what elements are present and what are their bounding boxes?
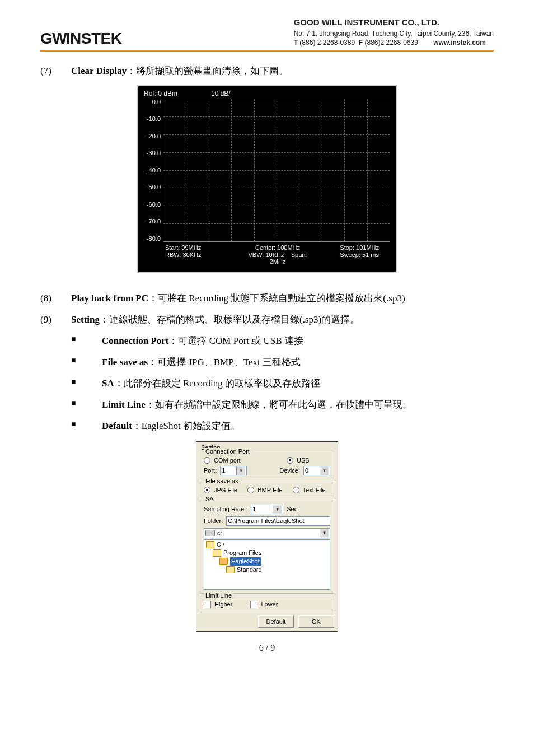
folder-open-icon xyxy=(219,558,228,565)
group-title: File save as xyxy=(204,478,240,484)
bullet-icon: ■ xyxy=(71,395,102,414)
bullet-icon: ■ xyxy=(71,332,102,351)
higher-checkbox[interactable] xyxy=(204,601,211,608)
default-button[interactable]: Default xyxy=(258,615,294,628)
higher-label: Higher xyxy=(214,601,232,608)
item-text: ：將所擷取的螢幕畫面清除，如下圖。 xyxy=(127,66,288,76)
port-label: Port: xyxy=(204,467,217,474)
device-label: Device: xyxy=(279,467,300,474)
sampling-rate-label: Sampling Rate : xyxy=(204,506,247,512)
group-connection-port: Connection Port COM port USB Port: 1▼ De… xyxy=(200,452,334,479)
lower-label: Lower xyxy=(261,601,278,608)
item-9: (9) Setting：連線狀態、存檔的格式、取樣率以及存檔目錄(.sp3)的選… xyxy=(40,310,494,329)
jpg-radio[interactable] xyxy=(204,487,210,493)
folder-tree-item-selected[interactable]: EagleShot xyxy=(206,557,328,566)
start-freq: Start: 99MHz xyxy=(165,244,240,251)
bullet-label: Limit Line xyxy=(102,399,146,410)
y-axis-labels: 0.0 -10.0 -20.0 -30.0 -40.0 -50.0 -60.0 … xyxy=(144,99,163,242)
com-port-label: COM port xyxy=(214,457,241,464)
div-label: 10 dB/ xyxy=(211,90,278,97)
bullet-text: ：EagleShot 初始設定值。 xyxy=(132,421,240,431)
drive-combo[interactable]: c: ▼ xyxy=(204,528,330,538)
bullet-label: SA xyxy=(102,378,114,389)
folder-tree-item[interactable]: Program Files xyxy=(206,549,328,557)
brand-logo: GWINSTEK xyxy=(40,30,121,48)
bullet-file-save-as: ■ File save as：可選擇 JPG、BMP、Text 三種格式 xyxy=(71,353,494,372)
item-label: Play back from PC xyxy=(71,293,148,304)
bullet-text: ：可選擇 JPG、BMP、Text 三種格式 xyxy=(148,357,301,367)
bullet-icon: ■ xyxy=(71,374,102,393)
chevron-down-icon[interactable]: ▼ xyxy=(236,466,245,475)
item-7: (7) Clear Display：將所擷取的螢幕畫面清除，如下圖。 xyxy=(40,62,494,81)
folder-icon xyxy=(213,549,221,557)
item-label: Setting xyxy=(71,314,100,325)
dialog-buttons: Default OK xyxy=(200,615,334,628)
bullet-sa: ■ SA：此部分在設定 Recording 的取樣率以及存放路徑 xyxy=(71,374,494,393)
bullet-label: File save as xyxy=(102,357,148,367)
sec-label: Sec. xyxy=(287,506,299,512)
bullet-icon: ■ xyxy=(71,417,102,436)
page-header: GWINSTEK GOOD WILL INSTRUMENT CO., LTD. … xyxy=(40,17,494,52)
lower-checkbox[interactable] xyxy=(250,601,257,608)
company-contact: T (886) 2 2268-0389 F (886)2 2268-0639 w… xyxy=(294,38,494,47)
usb-radio[interactable] xyxy=(287,457,293,464)
bullet-limit-line: ■ Limit Line：如有在頻譜中設定限制線，將可在此勾選，在軟體中可呈現。 xyxy=(71,395,494,414)
ref-label: Ref: 0 dBm xyxy=(144,90,211,97)
bullet-label: Default xyxy=(102,421,132,431)
item-label: Clear Display xyxy=(71,66,127,76)
port-combo[interactable]: 1▼ xyxy=(220,466,247,475)
stop-freq: Stop: 101MHz xyxy=(315,244,390,251)
folder-path-field[interactable]: C:\Program Files\EagleShot xyxy=(226,516,330,526)
folder-tree-item[interactable]: Standard xyxy=(206,566,328,574)
group-sa: SA Sampling Rate : 1▼ Sec. Folder: C:\Pr… xyxy=(200,500,334,594)
company-url: www.instek.com xyxy=(433,39,486,46)
group-limit-line: Limit Line Higher Lower xyxy=(200,596,334,612)
folder-tree[interactable]: C:\ Program Files EagleShot Standard xyxy=(204,539,330,590)
group-title: Limit Line xyxy=(204,592,233,599)
txt-radio[interactable] xyxy=(293,487,299,493)
group-title: Connection Port xyxy=(204,448,251,455)
ok-button[interactable]: OK xyxy=(298,615,334,628)
page-number: 6 / 9 xyxy=(40,643,494,653)
drive-icon xyxy=(205,530,215,536)
bullet-icon: ■ xyxy=(71,353,102,372)
folder-icon xyxy=(226,566,235,573)
bullet-text: ：如有在頻譜中設定限制線，將可在此勾選，在軟體中可呈現。 xyxy=(146,399,412,410)
folder-icon xyxy=(206,541,214,548)
item-text: ：連線狀態、存檔的格式、取樣率以及存檔目錄(.sp3)的選擇。 xyxy=(100,314,359,325)
spectrum-header: Ref: 0 dBm 10 dB/ xyxy=(144,90,390,97)
chevron-down-icon[interactable]: ▼ xyxy=(320,466,329,475)
device-combo[interactable]: 0▼ xyxy=(303,466,330,475)
group-title: SA xyxy=(204,496,216,502)
sweep-label: Sweep: 51 ms xyxy=(315,251,390,265)
com-port-radio[interactable] xyxy=(204,457,210,464)
folder-label: Folder: xyxy=(204,517,223,524)
company-name: GOOD WILL INSTRUMENT CO., LTD. xyxy=(294,17,494,28)
vbw-label: VBW: 10KHz xyxy=(249,251,284,258)
bullet-text: ：此部分在設定 Recording 的取樣率以及存放路徑 xyxy=(114,378,320,389)
chevron-down-icon[interactable]: ▼ xyxy=(273,505,282,514)
item-number: (8) xyxy=(40,289,71,308)
group-file-save-as: File save as JPG File BMP File Text File xyxy=(200,482,334,497)
item-text: ：可將在 Recording 狀態下系統自動建立的檔案撥放出來(.sp3) xyxy=(148,293,405,304)
center-freq: Center: 100MHz xyxy=(240,244,315,251)
chevron-down-icon[interactable]: ▼ xyxy=(320,529,329,537)
bullet-default: ■ Default：EagleShot 初始設定值。 xyxy=(71,417,494,436)
bmp-radio[interactable] xyxy=(247,487,254,493)
item-number: (9) xyxy=(40,310,71,329)
grid-area xyxy=(163,99,390,242)
rbw-label: RBW: 30KHz xyxy=(165,251,240,265)
usb-label: USB xyxy=(297,457,330,464)
company-address: No. 7-1, Jhongsing Road, Tucheng City, T… xyxy=(294,29,494,38)
item-number: (7) xyxy=(40,62,71,81)
spectrum-footer: Start: 99MHz Center: 100MHz Stop: 101MHz… xyxy=(165,244,390,265)
company-info: GOOD WILL INSTRUMENT CO., LTD. No. 7-1, … xyxy=(294,17,494,48)
folder-tree-item[interactable]: C:\ xyxy=(206,540,328,549)
bullet-connection-port: ■ Connection Port：可選擇 COM Port 或 USB 連接 xyxy=(71,332,494,351)
spectrum-display: Ref: 0 dBm 10 dB/ 0.0 -10.0 -20.0 -30.0 … xyxy=(137,85,397,273)
bullet-label: Connection Port xyxy=(102,335,168,346)
settings-dialog: Setting Connection Port COM port USB Por… xyxy=(196,441,338,632)
document-page: GWINSTEK GOOD WILL INSTRUMENT CO., LTD. … xyxy=(0,0,534,670)
sampling-rate-combo[interactable]: 1▼ xyxy=(251,505,283,514)
bullet-text: ：可選擇 COM Port 或 USB 連接 xyxy=(168,335,303,346)
